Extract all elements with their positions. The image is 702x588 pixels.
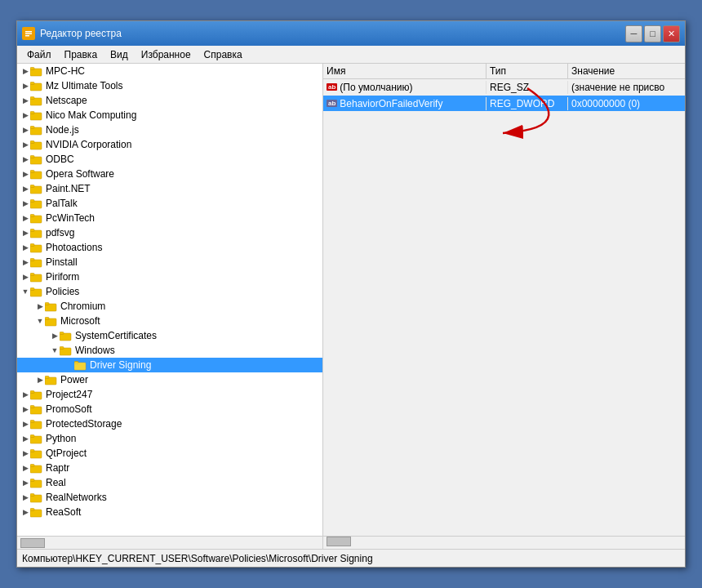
close-button[interactable]: ✕ xyxy=(663,25,680,42)
expand-icon[interactable]: ▶ xyxy=(20,229,30,237)
folder-icon xyxy=(30,183,43,194)
expand-icon[interactable]: ▼ xyxy=(35,317,45,325)
svg-rect-21 xyxy=(30,185,34,187)
tree-item[interactable]: ▶Raptr xyxy=(17,461,322,475)
tree-label: QtProject xyxy=(46,448,87,459)
folder-icon xyxy=(30,389,43,400)
expand-icon[interactable]: ▶ xyxy=(20,479,30,487)
tree-item[interactable]: ▶Photoactions xyxy=(17,240,322,255)
tree-item[interactable]: ▶PromoSoft xyxy=(17,402,322,416)
menu-help[interactable]: Справка xyxy=(198,47,249,62)
expand-icon[interactable]: ▶ xyxy=(20,126,30,134)
expand-icon[interactable]: ▶ xyxy=(20,493,30,501)
tree-item[interactable]: ▶Project247 xyxy=(17,387,322,402)
expand-icon[interactable]: ▼ xyxy=(50,346,60,354)
expand-icon[interactable]: ▶ xyxy=(20,464,30,472)
svg-rect-67 xyxy=(30,508,34,510)
folder-icon xyxy=(30,477,43,488)
folder-icon xyxy=(30,256,43,268)
expand-icon[interactable]: ▶ xyxy=(20,273,30,281)
tree-item[interactable]: ▼Windows xyxy=(17,343,322,358)
folder-icon xyxy=(30,271,43,283)
registry-row[interactable]: ab(По умолчанию)REG_SZ(значение не присв… xyxy=(323,79,685,96)
expand-icon[interactable]: ▶ xyxy=(20,390,30,399)
svg-rect-17 xyxy=(30,155,34,158)
expand-icon[interactable]: ▶ xyxy=(20,155,30,163)
expand-icon[interactable]: ▶ xyxy=(20,258,30,266)
registry-row[interactable]: abBehaviorOnFailedVerifyREG_DWORD0x00000… xyxy=(323,96,685,112)
folder-icon xyxy=(30,124,43,136)
tree-item[interactable]: ▼Policies xyxy=(17,284,322,299)
expand-icon[interactable]: ▶ xyxy=(20,111,30,119)
expand-icon[interactable]: ▶ xyxy=(20,185,30,193)
minimize-button[interactable]: ─ xyxy=(625,25,642,42)
expand-icon[interactable]: ▶ xyxy=(20,449,30,457)
left-horizontal-scrollbar[interactable] xyxy=(17,536,323,549)
tree-item[interactable]: ▶Paint.NET xyxy=(17,181,322,196)
tree-item[interactable]: ▶QtProject xyxy=(17,446,322,461)
col-name: Имя xyxy=(323,64,487,78)
tree-item[interactable]: ▶Power xyxy=(17,372,322,387)
col-value: Значение xyxy=(568,64,685,78)
tree-item[interactable]: ▶pdfsvg xyxy=(17,225,322,240)
tree-item[interactable]: ▶ODBC xyxy=(17,152,322,167)
menu-file[interactable]: Файл xyxy=(20,47,58,62)
folder-icon xyxy=(30,168,43,180)
tree-item[interactable]: ▶Mz Ultimate Tools xyxy=(17,78,322,93)
left-panel: ▶MPC-HC▶Mz Ultimate Tools▶Netscape▶Nico … xyxy=(17,64,323,536)
expand-icon[interactable]: ▶ xyxy=(20,405,30,413)
expand-icon[interactable]: ▼ xyxy=(20,287,30,296)
expand-icon[interactable]: ▶ xyxy=(20,96,30,105)
svg-rect-55 xyxy=(30,420,34,422)
maximize-button[interactable]: □ xyxy=(644,25,661,42)
folder-icon xyxy=(45,301,58,312)
right-horizontal-scrollbar[interactable] xyxy=(323,536,685,549)
tree-item[interactable]: ▶Node.js xyxy=(17,122,322,137)
expand-icon[interactable]: ▶ xyxy=(50,332,60,340)
tree-item[interactable]: ▶Piriform xyxy=(17,270,322,284)
menu-view[interactable]: Вид xyxy=(104,47,135,62)
svg-rect-29 xyxy=(30,243,34,246)
menu-edit[interactable]: Правка xyxy=(58,47,104,62)
expand-icon[interactable]: ▶ xyxy=(20,508,30,516)
svg-rect-57 xyxy=(30,434,34,437)
expand-icon[interactable]: ▶ xyxy=(35,376,45,384)
tree-item[interactable]: ▶SystemCertificates xyxy=(17,328,322,343)
expand-icon[interactable]: ▶ xyxy=(20,67,30,75)
expand-icon[interactable]: ▶ xyxy=(20,140,30,149)
svg-rect-65 xyxy=(30,493,34,496)
expand-icon[interactable]: ▶ xyxy=(20,243,30,252)
tree-item[interactable]: ▶Pinstall xyxy=(17,255,322,270)
expand-icon[interactable]: ▶ xyxy=(20,82,30,90)
tree-item[interactable]: ▶MPC-HC xyxy=(17,64,322,78)
tree-item[interactable]: ▼Microsoft xyxy=(17,314,322,328)
tree-item[interactable]: ▶Real xyxy=(17,475,322,490)
tree-item[interactable]: ▶Netscape xyxy=(17,93,322,108)
tree-label: Nico Mak Computing xyxy=(46,109,136,121)
tree-item[interactable]: ▶ReaSoft xyxy=(17,505,322,519)
tree-item[interactable]: ▶PalTalk xyxy=(17,196,322,211)
tree-item[interactable]: ▶Opera Software xyxy=(17,167,322,181)
expand-icon[interactable]: ▶ xyxy=(20,420,30,428)
tree-view[interactable]: ▶MPC-HC▶Mz Ultimate Tools▶Netscape▶Nico … xyxy=(17,64,322,536)
svg-rect-39 xyxy=(45,317,49,319)
expand-icon[interactable]: ▶ xyxy=(20,199,30,207)
tree-label: ODBC xyxy=(46,154,74,165)
expand-icon[interactable]: ▶ xyxy=(20,214,30,222)
menu-favorites[interactable]: Избранное xyxy=(135,47,198,62)
tree-item[interactable]: ▶Nico Mak Computing xyxy=(17,108,322,122)
tree-item[interactable]: ▶Python xyxy=(17,431,322,446)
tree-item[interactable]: ▶RealNetworks xyxy=(17,490,322,505)
tree-item[interactable]: Driver Signing xyxy=(17,358,322,372)
tree-label: pdfsvg xyxy=(46,227,74,238)
registry-editor-window: Редактор реестра ─ □ ✕ Файл Правка Вид И… xyxy=(16,20,686,568)
registry-table[interactable]: Имя Тип Значение ab(По умолчанию)REG_SZ(… xyxy=(323,64,685,536)
expand-icon[interactable]: ▶ xyxy=(20,170,30,178)
expand-icon[interactable]: ▶ xyxy=(35,302,45,310)
tree-item[interactable]: ▶Chromium xyxy=(17,299,322,314)
status-text: Компьютер\HKEY_CURRENT_USER\Software\Pol… xyxy=(22,553,373,564)
tree-item[interactable]: ▶ProtectedStorage xyxy=(17,416,322,431)
tree-item[interactable]: ▶PcWinTech xyxy=(17,211,322,225)
tree-item[interactable]: ▶NVIDIA Corporation xyxy=(17,137,322,152)
expand-icon[interactable]: ▶ xyxy=(20,434,30,443)
